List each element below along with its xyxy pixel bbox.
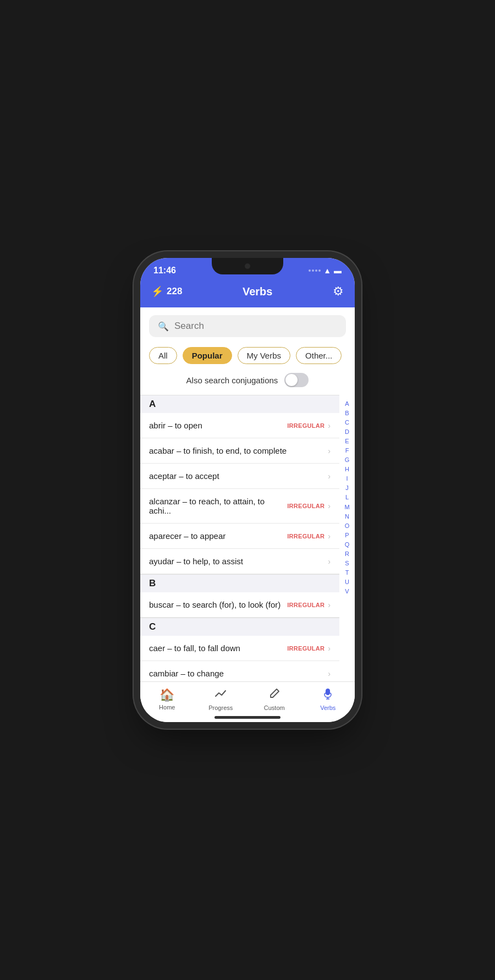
verb-row[interactable]: aparecer – to appearIRREGULAR› (140, 524, 339, 549)
verb-text: acabar – to finish, to end, to complete (149, 446, 328, 455)
search-bar[interactable]: 🔍 (149, 315, 346, 337)
verb-list-container: Aabrir – to openIRREGULAR›acabar – to fi… (140, 395, 355, 681)
conjugation-toggle[interactable] (284, 373, 309, 387)
search-input[interactable] (174, 321, 337, 332)
filter-tab-all[interactable]: All (149, 347, 177, 364)
nav-label-home: Home (159, 704, 175, 711)
conjugation-row: Also search conjugations (140, 368, 355, 395)
alpha-letter-s[interactable]: S (345, 559, 349, 568)
nav-item-verbs[interactable]: Verbs (311, 687, 344, 711)
verb-row[interactable]: cambiar – to change› (140, 661, 339, 681)
verbs-icon (322, 687, 334, 703)
section-header-c: C (140, 618, 339, 636)
alpha-letter-g[interactable]: G (345, 455, 350, 465)
lightning-icon: ⚡ (151, 285, 163, 298)
filter-tab-other[interactable]: Other... (296, 347, 342, 364)
conjugation-label: Also search conjugations (186, 376, 278, 385)
alpha-letter-j[interactable]: J (345, 483, 349, 493)
irregular-badge: IRREGULAR (287, 422, 324, 429)
chevron-icon: › (328, 472, 331, 481)
filter-tab-popular[interactable]: Popular (183, 347, 232, 364)
verb-text: ayudar – to help, to assist (149, 557, 328, 566)
verb-text: caer – to fall, to fall down (149, 643, 287, 653)
alpha-letter-o[interactable]: O (345, 521, 350, 531)
alpha-letter-r[interactable]: R (345, 549, 349, 559)
alpha-letter-m[interactable]: M (344, 503, 349, 512)
status-icons: ▲ ▬ (309, 266, 342, 275)
nav-item-custom[interactable]: Custom (258, 687, 291, 711)
camera-dot (245, 263, 250, 269)
verb-row[interactable]: aceptar – to accept› (140, 464, 339, 489)
section-header-a: A (140, 395, 339, 413)
alpha-letter-d[interactable]: D (345, 427, 349, 437)
verb-text: buscar – to search (for), to look (for) (149, 600, 287, 609)
chevron-icon: › (328, 557, 331, 566)
alphabet-sidebar: ABCDEFGHIJLMNOPQRSTUV (339, 395, 355, 681)
header-score-area: ⚡ 228 (151, 285, 182, 298)
alpha-letter-h[interactable]: H (345, 465, 349, 474)
custom-icon (268, 687, 280, 703)
chevron-icon: › (328, 502, 331, 510)
verb-text: aceptar – to accept (149, 471, 328, 481)
alpha-letter-f[interactable]: F (345, 446, 349, 455)
alpha-letter-t[interactable]: T (345, 568, 349, 577)
status-time: 11:46 (153, 266, 176, 276)
alpha-letter-a[interactable]: A (345, 399, 349, 409)
chevron-icon: › (328, 532, 331, 541)
phone-frame: 11:46 ▲ ▬ ⚡ 228 Verbs ⚙ 🔍 All Popula (140, 258, 355, 722)
progress-icon (215, 687, 227, 703)
verb-row[interactable]: alcanzar – to reach, to attain, to achi.… (140, 489, 339, 524)
chevron-icon: › (328, 447, 331, 455)
alpha-letter-i[interactable]: I (346, 474, 348, 483)
settings-icon[interactable]: ⚙ (333, 284, 344, 299)
verb-text: alcanzar – to reach, to attain, to achi.… (149, 497, 287, 515)
nav-label-custom: Custom (264, 704, 285, 711)
irregular-badge: IRREGULAR (287, 503, 324, 509)
header-score: 228 (167, 286, 182, 297)
chevron-icon: › (328, 644, 331, 653)
alpha-letter-v[interactable]: V (345, 587, 349, 596)
chevron-icon: › (328, 669, 331, 678)
nav-label-progress: Progress (208, 704, 233, 711)
irregular-badge: IRREGULAR (287, 602, 324, 608)
irregular-badge: IRREGULAR (287, 533, 324, 539)
verb-row[interactable]: buscar – to search (for), to look (for)I… (140, 592, 339, 618)
toggle-knob (285, 374, 298, 386)
alpha-letter-c[interactable]: C (345, 418, 349, 427)
verb-text: aparecer – to appear (149, 531, 287, 541)
verb-row[interactable]: caer – to fall, to fall downIRREGULAR› (140, 636, 339, 661)
verb-text: cambiar – to change (149, 669, 328, 678)
filter-tabs: All Popular My Verbs Other... (140, 343, 355, 368)
app-header: ⚡ 228 Verbs ⚙ (140, 279, 355, 307)
irregular-badge: IRREGULAR (287, 645, 324, 652)
nav-label-verbs: Verbs (320, 704, 336, 711)
nav-item-progress[interactable]: Progress (204, 687, 237, 711)
verb-row[interactable]: ayudar – to help, to assist› (140, 549, 339, 574)
filter-tab-my-verbs[interactable]: My Verbs (238, 347, 291, 364)
wifi-icon: ▲ (323, 266, 331, 275)
chevron-icon: › (328, 421, 331, 430)
alpha-letter-p[interactable]: P (345, 531, 349, 540)
verb-row[interactable]: abrir – to openIRREGULAR› (140, 413, 339, 438)
home-indicator (215, 716, 280, 719)
alpha-letter-l[interactable]: L (345, 493, 349, 502)
verb-text: abrir – to open (149, 421, 287, 430)
notch (212, 258, 283, 274)
header-title: Verbs (243, 285, 272, 298)
alpha-letter-e[interactable]: E (345, 437, 349, 446)
signal-dots (309, 269, 321, 272)
home-icon: 🏠 (160, 688, 174, 702)
section-header-b: B (140, 574, 339, 592)
alpha-letter-q[interactable]: Q (345, 540, 350, 549)
verb-list: Aabrir – to openIRREGULAR›acabar – to fi… (140, 395, 339, 681)
nav-item-home[interactable]: 🏠 Home (151, 688, 184, 711)
battery-icon: ▬ (334, 266, 342, 275)
search-icon: 🔍 (158, 321, 169, 332)
chevron-icon: › (328, 601, 331, 609)
alpha-letter-n[interactable]: N (345, 512, 349, 521)
alpha-letter-u[interactable]: U (345, 577, 349, 587)
alpha-letter-b[interactable]: B (345, 409, 349, 418)
search-area: 🔍 (140, 307, 355, 343)
verb-row[interactable]: acabar – to finish, to end, to complete› (140, 438, 339, 464)
